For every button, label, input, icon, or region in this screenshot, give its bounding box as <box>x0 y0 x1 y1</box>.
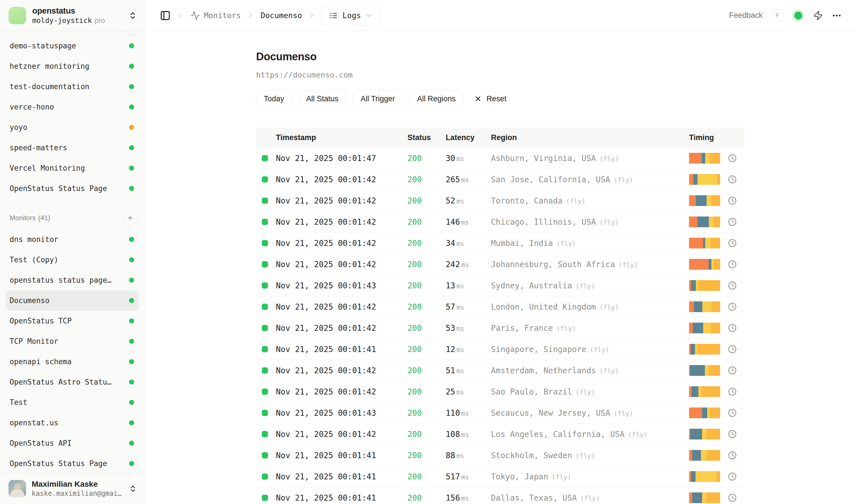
log-row[interactable]: Nov 21, 2025 00:01:41 200 12ms Singapore… <box>256 339 744 360</box>
row-status-code: 200 <box>408 302 446 311</box>
status-dot-icon <box>129 64 134 69</box>
log-row[interactable]: Nov 21, 2025 00:01:42 200 108ms Los Ange… <box>256 424 744 445</box>
log-row[interactable]: Nov 21, 2025 00:01:42 200 53ms Paris, Fr… <box>256 318 744 339</box>
sidebar-toggle-button[interactable] <box>160 10 171 21</box>
log-row[interactable]: Nov 21, 2025 00:01:42 200 25ms Sao Paulo… <box>256 381 744 402</box>
log-row[interactable]: Nov 21, 2025 00:01:41 200 88ms Stockholm… <box>256 445 744 466</box>
clock-icon[interactable] <box>728 366 737 375</box>
clock-icon[interactable] <box>728 302 737 311</box>
sidebar-item-vercel-monitoring[interactable]: Vercel Monitoring <box>6 158 139 178</box>
clock-icon[interactable] <box>728 323 737 332</box>
clock-icon[interactable] <box>728 472 737 481</box>
more-options-button[interactable] <box>832 11 842 21</box>
clock-icon[interactable] <box>728 196 737 205</box>
sidebar-item-openapi-schema[interactable]: openapi schema <box>6 352 139 372</box>
clock-icon[interactable] <box>728 345 737 354</box>
sidebar-item-openstatus-astro-statu[interactable]: OpenStatus Astro Statu… <box>6 372 139 392</box>
sidebar-item-documenso[interactable]: Documenso <box>6 290 139 311</box>
filter-bar: Today All Status All Trigger All Regions… <box>256 90 856 108</box>
row-timestamp: Nov 21, 2025 00:01:41 <box>276 451 408 460</box>
clock-icon[interactable] <box>728 430 737 439</box>
breadcrumb-documenso[interactable]: Documenso <box>261 11 302 20</box>
clock-icon[interactable] <box>728 451 737 460</box>
timing-bar <box>689 259 720 270</box>
filter-status[interactable]: All Status <box>299 90 346 108</box>
sidebar-item-openstatus-status-page[interactable]: OpenStatus Status Page <box>6 453 139 473</box>
status-square-icon <box>262 473 268 480</box>
sidebar-item-test-copy[interactable]: Test (Copy) <box>6 250 139 270</box>
timing-segment-tls <box>691 280 696 291</box>
timing-bar <box>689 174 720 185</box>
sidebar-item-openstat-us[interactable]: openstat.us <box>6 413 139 433</box>
timing-segment-transfer <box>711 238 720 249</box>
command-menu-button[interactable] <box>813 11 823 21</box>
timing-segment-tls <box>703 238 706 249</box>
sidebar-item-verce-hono[interactable]: verce-hono <box>6 97 139 117</box>
sidebar-item-demo-statuspage[interactable]: demo-statuspage <box>6 36 139 56</box>
sidebar-item-openstatus-api[interactable]: OpenStatus API <box>6 433 139 453</box>
log-row[interactable]: Nov 21, 2025 00:01:42 200 265ms San Jose… <box>256 169 744 190</box>
timing-segment-tls <box>690 429 702 439</box>
clock-icon[interactable] <box>728 238 737 248</box>
chevrons-up-down-icon <box>128 11 137 20</box>
sidebar-item-test[interactable]: Test <box>6 392 139 413</box>
clock-icon[interactable] <box>728 493 737 502</box>
feedback-button[interactable]: Feedback <box>729 11 763 20</box>
log-row[interactable]: Nov 21, 2025 00:01:41 200 156ms Dallas, … <box>256 487 744 504</box>
clock-icon[interactable] <box>728 217 737 227</box>
filter-trigger[interactable]: All Trigger <box>353 90 403 108</box>
clock-icon[interactable] <box>728 260 737 269</box>
status-square-icon <box>262 431 268 437</box>
timing-segment-transfer <box>714 216 720 227</box>
log-row[interactable]: Nov 21, 2025 00:01:42 200 57ms London, U… <box>256 296 744 318</box>
log-row[interactable]: Nov 21, 2025 00:01:41 200 517ms Tokyo, J… <box>256 466 744 487</box>
filter-date[interactable]: Today <box>256 90 292 108</box>
log-row[interactable]: Nov 21, 2025 00:01:47 200 30ms Ashburn, … <box>256 148 744 169</box>
timing-segment-transfer <box>707 492 720 503</box>
log-row[interactable]: Nov 21, 2025 00:01:42 200 51ms Amsterdam… <box>256 360 744 381</box>
row-latency: 53ms <box>446 323 491 333</box>
sidebar-item-openstatus-tcp[interactable]: OpenStatus TCP <box>6 311 139 331</box>
sidebar-item-yoyo[interactable]: yoyo <box>6 117 139 138</box>
row-provider: (fly) <box>590 346 609 354</box>
log-row[interactable]: Nov 21, 2025 00:01:42 200 146ms Chicago,… <box>256 211 744 233</box>
log-row[interactable]: Nov 21, 2025 00:01:42 200 52ms Toronto, … <box>256 190 744 211</box>
row-timestamp: Nov 21, 2025 00:01:41 <box>276 472 408 481</box>
view-switcher-logs[interactable]: Logs <box>322 6 380 25</box>
system-status-indicator[interactable] <box>792 9 804 22</box>
reset-filters-button[interactable]: Reset <box>472 94 508 104</box>
log-row[interactable]: Nov 21, 2025 00:01:43 200 13ms Sydney, A… <box>256 275 744 296</box>
filter-regions[interactable]: All Regions <box>409 90 464 108</box>
sidebar-item-label: dns monitor <box>10 235 125 244</box>
sidebar-item-openstatus-status-page[interactable]: OpenStatus Status Page <box>6 178 139 199</box>
clock-icon[interactable] <box>728 154 737 163</box>
timing-segment-tls <box>702 408 707 418</box>
row-provider: (fly) <box>599 367 619 375</box>
log-row[interactable]: Nov 21, 2025 00:01:42 200 34ms Mumbai, I… <box>256 233 744 254</box>
row-timestamp: Nov 21, 2025 00:01:42 <box>276 175 408 184</box>
clock-icon[interactable] <box>728 408 737 417</box>
clock-icon[interactable] <box>728 175 737 184</box>
sidebar-item-tcp-monitor[interactable]: TCP Monitor <box>6 331 139 352</box>
row-provider: (fly) <box>580 495 600 502</box>
timing-segment-tls <box>693 323 703 334</box>
org-switcher[interactable]: openstatus moldy-joystickpro <box>0 0 144 31</box>
log-row[interactable]: Nov 21, 2025 00:01:42 200 242ms Johannes… <box>256 254 744 275</box>
breadcrumb-monitors[interactable]: Monitors <box>191 11 241 20</box>
row-latency: 108ms <box>446 430 491 439</box>
ellipsis-icon <box>832 11 842 21</box>
row-status-code: 200 <box>408 345 446 354</box>
sidebar-item-openstatus-status-page[interactable]: openstatus status page… <box>6 270 139 290</box>
sidebar-item-speed-matters[interactable]: speed-matters <box>6 138 139 158</box>
timing-bar <box>689 471 720 482</box>
row-status-code: 200 <box>408 196 446 205</box>
sidebar-item-test-documentation[interactable]: test-documentation <box>6 76 139 97</box>
sidebar-item-label: hetzner monitoring <box>10 62 125 70</box>
clock-icon[interactable] <box>728 281 737 290</box>
sidebar-item-dns-monitor[interactable]: dns monitor <box>6 229 139 250</box>
log-row[interactable]: Nov 21, 2025 00:01:43 200 110ms Secaucus… <box>256 402 744 424</box>
clock-icon[interactable] <box>728 387 737 396</box>
add-monitor-button[interactable] <box>123 211 137 225</box>
user-menu[interactable]: Maximilian Kaske kaske.maximilian@gmail… <box>0 473 144 504</box>
sidebar-item-hetzner-monitoring[interactable]: hetzner monitoring <box>6 56 139 76</box>
